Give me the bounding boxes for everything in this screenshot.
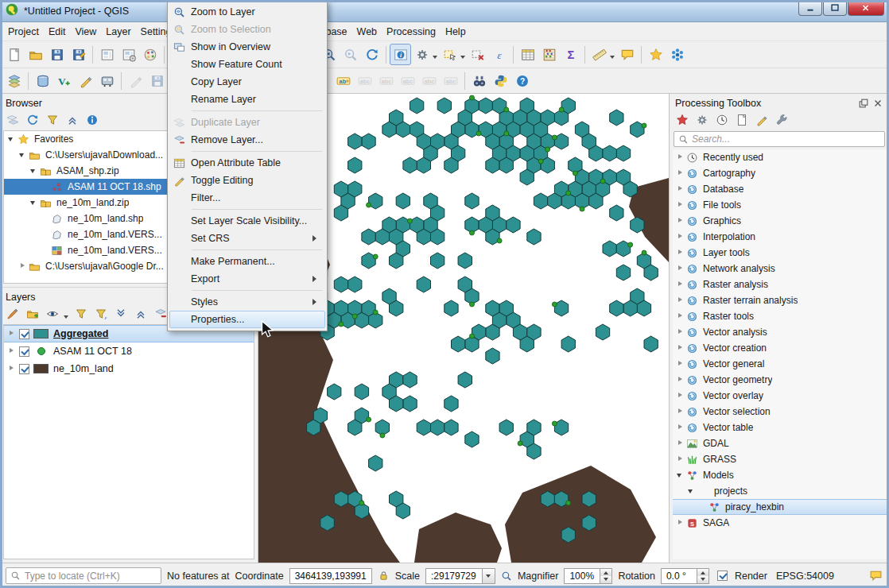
menu-processing[interactable]: Processing [382,23,441,41]
tree-item-interpolation[interactable]: Interpolation [673,229,887,245]
save-project-as-button[interactable] [68,44,89,65]
context-menu-item-make-permanent[interactable]: Make Permanent... [169,253,325,270]
open-attribute-table-button[interactable] [517,44,538,65]
rotation-spinbox[interactable]: 0.0 ° [661,568,709,584]
browser-add-selected-layers-button[interactable] [4,111,21,129]
expand-arrow-icon[interactable] [676,169,685,178]
layers-collapse-all-button[interactable] [132,305,149,323]
menu-layer[interactable]: Layer [101,23,135,41]
nominatim-search-button[interactable] [468,70,490,91]
layers-expand-all-button[interactable] [112,305,130,323]
new-bookmark-button[interactable] [645,44,666,65]
expand-arrow-icon[interactable] [676,201,685,210]
tree-item-cartography[interactable]: Cartography [673,165,887,181]
run-feature-action-dropdown-arrow[interactable] [433,56,437,61]
context-menu-item-toggle-editing[interactable]: Toggle Editing [169,172,325,189]
tree-item-database[interactable]: Database [673,181,887,197]
menu-help[interactable]: Help [441,23,471,41]
tree-item-recently-used[interactable]: Recently used [673,149,887,165]
close-button[interactable] [848,1,884,16]
layer-visibility-checkbox[interactable] [19,346,29,357]
messages-icon[interactable] [868,569,883,582]
browser-filter-button[interactable] [44,111,61,129]
tree-item-network-analysis[interactable]: Network analysis [673,261,887,277]
tree-item-graphics[interactable]: Graphics [673,213,887,229]
toolbox-results-viewer-button[interactable] [733,111,751,129]
toolbox-models-button[interactable] [674,111,691,129]
expand-arrow-icon[interactable] [7,365,16,373]
expand-arrow-icon[interactable] [676,185,685,194]
collapse-arrow-icon[interactable] [687,487,696,496]
tree-item-vector-table[interactable]: Vector table [673,420,887,435]
expand-arrow-icon[interactable] [7,347,16,356]
tree-item-vector-creation[interactable]: Vector creation [673,340,887,356]
scale-value[interactable]: :29179729 [425,568,483,584]
layers-add-group-button[interactable] [24,305,41,323]
python-console-button[interactable] [490,70,511,91]
toolbox-scripts-button[interactable] [693,111,711,129]
collapse-arrow-icon[interactable] [29,199,38,207]
expand-arrow-icon[interactable] [676,455,685,464]
expand-arrow-icon[interactable] [676,360,685,369]
deselect-features-button[interactable] [467,44,488,65]
tree-item-layer-tools[interactable]: Layer tools [673,245,887,261]
tree-item-piracy-hexbin[interactable]: piracy_hexbin [673,499,887,515]
style-manager-button[interactable] [139,44,161,65]
context-menu-item-set-crs[interactable]: Set CRS [169,230,325,247]
expand-arrow-icon[interactable] [676,312,685,321]
select-by-expression-button[interactable]: ε [488,44,510,65]
new-project-button[interactable] [3,44,25,65]
close-panel-icon[interactable] [872,98,883,109]
expand-arrow-icon[interactable] [676,153,685,162]
refresh-map-button[interactable] [361,44,382,65]
context-menu-item-zoom-to-layer[interactable]: Zoom to Layer [169,3,325,21]
collapse-arrow-icon[interactable] [7,135,16,144]
context-menu-item-export[interactable]: Export [169,270,325,288]
collapse-arrow-icon[interactable] [29,167,38,176]
menu-project[interactable]: Project [3,23,44,41]
expand-arrow-icon[interactable] [676,328,685,337]
expand-arrow-icon[interactable] [676,249,685,257]
layers-style-panel-button[interactable] [4,305,21,323]
context-menu-item-remove-layer[interactable]: Remove Layer... [169,131,325,149]
tree-item-vector-analysis[interactable]: Vector analysis [673,324,887,340]
toolbox-history-button[interactable] [713,111,731,129]
rotation-steppers[interactable] [697,568,709,584]
toolbox-edit-features-inplace-button[interactable] [753,111,771,129]
tree-item-projects[interactable]: projects [673,483,887,499]
expand-arrow-icon[interactable] [676,439,685,448]
context-menu-item-set-layer-scale-visibility[interactable]: Set Layer Scale Visibility... [169,212,325,230]
tree-item-raster-terrain-analysis[interactable]: Raster terrain analysis [673,292,887,308]
magnifier-value[interactable]: 100% [564,568,600,584]
save-project-button[interactable] [46,44,68,65]
context-menu-item-rename-layer[interactable]: Rename Layer [169,91,325,108]
extent-lock-icon[interactable] [378,570,390,582]
run-feature-action-button[interactable] [411,44,433,65]
tree-item-saga[interactable]: SSAGA [673,515,887,531]
locate-input[interactable]: Type to locate (Ctrl+K) [6,567,161,584]
scale-dropdown-button[interactable] [483,568,495,584]
select-features-button[interactable] [439,44,460,65]
context-menu-item-show-in-overview[interactable]: Show in Overview [169,38,325,56]
new-shapefile-layer-button[interactable] [75,70,96,91]
layer-visibility-checkbox[interactable] [19,329,29,339]
open-data-source-manager-button[interactable] [3,70,25,91]
layers-manage-themes-button[interactable] [44,305,61,323]
layer-item-ne-10m-land[interactable]: ne_10m_land [4,360,254,377]
help-contents-button[interactable]: ? [511,70,533,91]
tree-item-gdal[interactable]: GDAL [673,435,887,451]
tree-item-vector-general[interactable]: Vector general [673,356,887,372]
processing-toolbox-button[interactable] [666,44,688,65]
expand-arrow-icon[interactable] [676,392,685,400]
float-panel-icon[interactable] [858,98,869,109]
tree-item-vector-geometry[interactable]: Vector geometry [673,372,887,388]
identify-features-button[interactable]: i [390,44,411,65]
context-menu-item-filter[interactable]: Filter... [169,189,325,207]
context-menu-item-styles[interactable]: Styles [169,293,325,311]
collapse-arrow-icon[interactable] [676,471,685,480]
show-layout-manager-button[interactable] [118,44,139,65]
rotation-value[interactable]: 0.0 ° [661,568,697,584]
context-menu-item-copy-layer[interactable]: Copy Layer [169,73,325,91]
browser-refresh-button[interactable] [24,111,41,129]
browser-properties-button[interactable] [83,111,101,129]
